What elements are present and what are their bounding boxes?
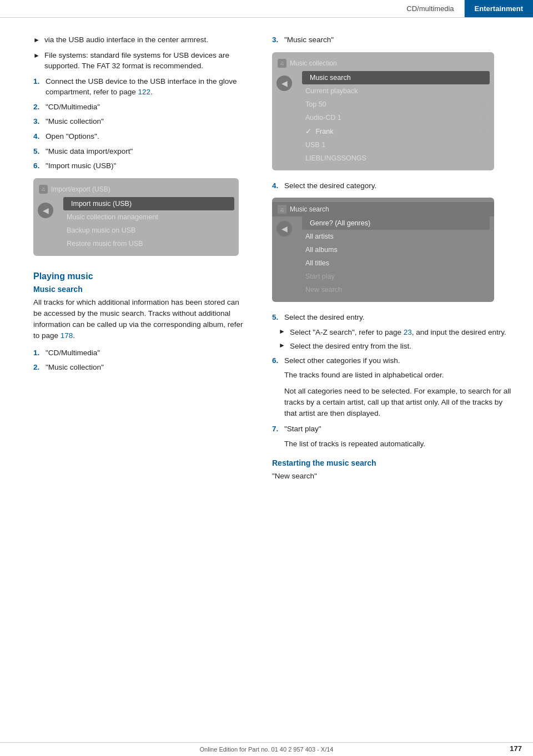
ui-note-icon: ♫	[39, 185, 48, 194]
screenshot-music-collection: ♫ Music collection ◀ Music search Curren…	[272, 52, 494, 170]
r-step-5-content: Select the desired entry.	[284, 312, 516, 323]
bullet-filesys-text: File systems: standard file systems for …	[44, 50, 244, 72]
menu-item-backup-usb[interactable]: Backup music on USB	[59, 224, 239, 237]
ms-menu-item-1[interactable]: All artists	[298, 230, 494, 243]
step5-bullet-1: ► Select "A-Z search", refer to page 23,…	[272, 327, 516, 338]
restarting-heading: Restarting the music search	[272, 458, 516, 467]
r-step-6: 6. Select other categories if you wish.	[272, 355, 516, 366]
step-6-content: "Import music (USB)"	[46, 160, 244, 172]
step-3-content: "Music collection"	[46, 116, 244, 127]
link-122[interactable]: 122	[138, 88, 151, 96]
menu-item-restore-usb[interactable]: Restore music from USB	[59, 237, 239, 250]
ui-titlebar-import: ♫ Import/export (USB)	[33, 183, 239, 197]
check-icon: ✓	[305, 128, 311, 135]
nav-left-arrow[interactable]: ◀	[38, 203, 53, 218]
mc-menu-item-6[interactable]: LIEBLINGSSONGS ▭	[298, 152, 494, 165]
mc-menu-item-2[interactable]: Top 50 50	[298, 98, 494, 111]
ui-note-icon3: ♫	[278, 205, 286, 214]
item-icon-3: ◎	[481, 114, 486, 121]
page-header: CD/multimedia Entertainment	[0, 0, 533, 18]
ms-menu-item-0[interactable]: Genre? (All genres)	[302, 216, 490, 230]
main-content: ► via the USB audio interface in the cen…	[0, 18, 533, 498]
link-23[interactable]: 23	[404, 328, 412, 336]
bullet-usb-text: via the USB audio interface in the cente…	[44, 34, 208, 46]
step-5-content: "Music data import/export"	[46, 146, 244, 157]
arrow-icon: ►	[33, 36, 40, 46]
ms-step-2: 2. "Music collection"	[33, 362, 244, 373]
page-number: 177	[510, 744, 522, 753]
page-footer: Online Edition for Part no. 01 40 2 957 …	[0, 742, 533, 756]
playing-music-heading: Playing music	[33, 271, 244, 281]
step-6: 6. "Import music (USB)"	[33, 160, 244, 172]
right-column: 3. "Music search" ♫ Music collection ◀ M…	[261, 18, 533, 498]
item-icon-6: ▭	[481, 154, 486, 162]
ms-menu-item-4[interactable]: Start play	[298, 270, 494, 283]
r-step-3-content: "Music search"	[284, 34, 516, 46]
music-search-subheading: Music search	[33, 285, 244, 294]
nav-left-arrow2[interactable]: ◀	[276, 75, 292, 91]
menu-item-import-usb[interactable]: Import music (USB)	[63, 197, 234, 210]
step-1-num: 1.	[33, 76, 46, 98]
bullet-file-systems: ► File systems: standard file systems fo…	[33, 50, 244, 72]
footer-text: Online Edition for Part no. 01 40 2 957 …	[200, 746, 334, 753]
ui-title-collection-text: Music collection	[290, 59, 337, 67]
step-3: 3. "Music collection"	[33, 116, 244, 127]
ui-titlebar-msearch: ♫ Music search	[272, 202, 494, 216]
step-6-num: 6.	[33, 160, 46, 172]
r-step-5-num: 5.	[272, 312, 284, 323]
screenshot-import-export: ♫ Import/export (USB) ◀ Import music (US…	[33, 178, 239, 256]
nav-left-arrow3[interactable]: ◀	[276, 221, 292, 236]
r-step-7: 7. "Start play"	[272, 424, 516, 435]
ms-menu-item-3[interactable]: All titles	[298, 256, 494, 270]
mc-menu-item-0[interactable]: Music search	[302, 71, 490, 84]
r-step-7-content: "Start play"	[284, 424, 516, 435]
step-5-num: 5.	[33, 146, 46, 157]
step-2-content: "CD/Multimedia"	[46, 102, 244, 113]
r-step-6-num: 6.	[272, 355, 284, 366]
ms-step-1-content: "CD/Multimedia"	[46, 347, 244, 359]
step6-para2: Not all categories need to be selected. …	[272, 386, 516, 420]
r-step-3: 3. "Music search"	[272, 34, 516, 46]
menu-item-collection-mgmt[interactable]: Music collection management	[59, 210, 239, 224]
restarting-text: "New search"	[272, 471, 516, 482]
step5-bullet-2-text: Select the desired entry from the list.	[290, 341, 411, 352]
ms-menu-item-2[interactable]: All albums	[298, 243, 494, 256]
ui-title-msearch-text: Music search	[290, 205, 329, 213]
tab-cd-multimedia[interactable]: CD/multimedia	[396, 0, 464, 17]
ms-step-1: 1. "CD/Multimedia"	[33, 347, 244, 359]
step-4-content: Open "Options".	[46, 131, 244, 142]
screenshot-music-search: ♫ Music search ◀ Genre? (All genres) All…	[272, 198, 494, 302]
step5-bullet-1-text: Select "A-Z search", refer to page 23, a…	[290, 327, 506, 338]
item-icon-4: ◎	[481, 127, 486, 134]
mc-menu-item-4[interactable]: ✓ Frank ◎	[298, 124, 494, 138]
tab-entertainment[interactable]: Entertainment	[465, 0, 533, 17]
mc-menu-item-3[interactable]: Audio-CD 1 ◎	[298, 111, 494, 124]
r-step-4-content: Select the desired category.	[284, 180, 516, 191]
music-search-body: All tracks for which additional informat…	[33, 297, 244, 342]
ui-titlebar-collection: ♫ Music collection	[272, 57, 494, 71]
step5-bullet-2: ► Select the desired entry from the list…	[272, 341, 516, 352]
link-178[interactable]: 178	[61, 331, 73, 340]
r-step-3-num: 3.	[272, 34, 284, 46]
ms-menu-item-5[interactable]: New search	[298, 283, 494, 296]
ms-step-2-content: "Music collection"	[46, 362, 244, 373]
item-icon-1: □	[482, 87, 486, 94]
r-step-7-num: 7.	[272, 424, 284, 435]
mc-menu-item-1[interactable]: Current playback □	[298, 84, 494, 98]
r-step-4-num: 4.	[272, 180, 284, 191]
step-4: 4. Open "Options".	[33, 131, 244, 142]
sub-arrow-icon2: ►	[279, 341, 285, 352]
mc-menu-item-5[interactable]: USB 1 ▭	[298, 138, 494, 152]
step7-para: The list of tracks is repeated automatic…	[272, 439, 516, 450]
item-icon-5: ▭	[481, 141, 486, 148]
ui-note-icon2: ♫	[278, 59, 286, 68]
ui-title-import-text: Import/export (USB)	[51, 185, 110, 193]
r-step-6-content: Select other categories if you wish.	[284, 355, 516, 366]
left-column: ► via the USB audio interface in the cen…	[0, 18, 261, 498]
step-1-content: Connect the USB device to the USB interf…	[46, 76, 244, 98]
r-step-5: 5. Select the desired entry.	[272, 312, 516, 323]
step6-para1: The tracks found are listed in alphabeti…	[272, 370, 516, 381]
step-3-num: 3.	[33, 116, 46, 127]
bullet-usb-audio: ► via the USB audio interface in the cen…	[33, 34, 244, 46]
step-4-num: 4.	[33, 131, 46, 142]
